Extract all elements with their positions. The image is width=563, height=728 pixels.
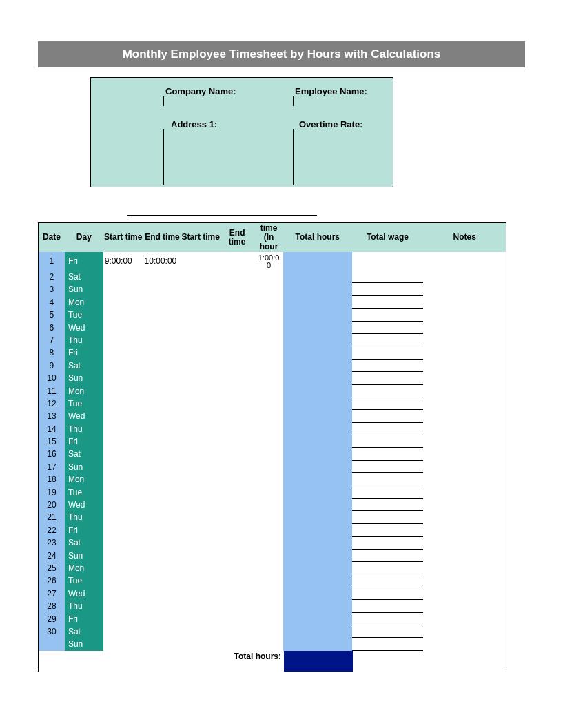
cell-end-time-2[interactable] <box>220 638 254 650</box>
cell-date[interactable]: 10 <box>39 372 65 384</box>
cell-notes[interactable] <box>423 473 506 486</box>
cell-total-wage[interactable] <box>352 252 424 271</box>
cell-start-time[interactable] <box>103 435 143 448</box>
cell-time-in-hour[interactable] <box>254 550 283 562</box>
cell-end-time-2[interactable] <box>220 309 254 321</box>
cell-start-time-2[interactable] <box>181 283 220 295</box>
cell-time-in-hour[interactable] <box>254 511 283 523</box>
cell-start-time-2[interactable] <box>181 252 220 271</box>
cell-date[interactable]: 1 <box>39 252 65 271</box>
cell-total-wage[interactable] <box>352 271 424 283</box>
cell-start-time[interactable] <box>103 322 143 334</box>
cell-date[interactable]: 22 <box>39 524 65 537</box>
cell-total-wage[interactable] <box>352 473 424 486</box>
cell-time-in-hour[interactable] <box>254 410 283 422</box>
cell-end-time-2[interactable] <box>220 587 254 600</box>
cell-total-hours[interactable] <box>283 397 352 410</box>
cell-start-time-2[interactable] <box>181 309 220 321</box>
cell-date[interactable] <box>39 638 65 650</box>
cell-time-in-hour[interactable] <box>254 486 283 499</box>
cell-date[interactable]: 30 <box>39 625 65 638</box>
cell-start-time[interactable] <box>103 550 143 562</box>
cell-end-time-2[interactable] <box>220 296 254 309</box>
cell-day[interactable]: Sun <box>65 461 103 473</box>
cell-start-time-2[interactable] <box>181 423 220 435</box>
cell-time-in-hour[interactable] <box>254 296 283 309</box>
cell-time-in-hour[interactable] <box>254 385 283 397</box>
cell-start-time[interactable]: 9:00:00 <box>103 252 143 271</box>
cell-day[interactable]: Wed <box>65 322 103 334</box>
cell-end-time[interactable] <box>143 360 182 372</box>
cell-start-time-2[interactable] <box>181 397 220 410</box>
cell-end-time[interactable] <box>143 385 182 397</box>
cell-day[interactable]: Tue <box>65 397 103 410</box>
cell-date[interactable]: 21 <box>39 511 65 523</box>
cell-start-time-2[interactable] <box>181 550 220 562</box>
cell-time-in-hour[interactable] <box>254 448 283 460</box>
cell-total-hours[interactable] <box>283 499 352 511</box>
cell-time-in-hour[interactable] <box>254 271 283 283</box>
cell-notes[interactable] <box>423 252 506 271</box>
cell-total-hours[interactable] <box>283 461 352 473</box>
cell-total-hours[interactable] <box>283 448 352 460</box>
cell-total-hours[interactable] <box>283 252 352 271</box>
cell-total-hours[interactable] <box>283 346 352 359</box>
cell-time-in-hour[interactable] <box>254 372 283 384</box>
cell-start-time[interactable] <box>103 600 143 612</box>
cell-end-time-2[interactable] <box>220 346 254 359</box>
cell-total-hours[interactable] <box>283 613 352 625</box>
cell-time-in-hour[interactable] <box>254 309 283 321</box>
cell-end-time-2[interactable] <box>220 372 254 384</box>
cell-end-time[interactable] <box>143 562 182 574</box>
cell-start-time-2[interactable] <box>181 372 220 384</box>
cell-start-time[interactable] <box>103 372 143 384</box>
cell-day[interactable]: Thu <box>65 600 103 612</box>
cell-notes[interactable] <box>423 574 506 587</box>
cell-date[interactable]: 9 <box>39 360 65 372</box>
cell-total-hours[interactable] <box>283 271 352 283</box>
cell-day[interactable]: Tue <box>65 486 103 499</box>
cell-notes[interactable] <box>423 283 506 295</box>
cell-start-time[interactable] <box>103 296 143 309</box>
cell-start-time[interactable] <box>103 625 143 638</box>
cell-total-hours[interactable] <box>283 423 352 435</box>
cell-end-time-2[interactable] <box>220 435 254 448</box>
cell-start-time-2[interactable] <box>181 334 220 346</box>
cell-date[interactable]: 12 <box>39 397 65 410</box>
cell-total-wage[interactable] <box>352 410 424 422</box>
cell-start-time[interactable] <box>103 309 143 321</box>
cell-end-time-2[interactable] <box>220 334 254 346</box>
cell-total-wage[interactable] <box>352 346 424 359</box>
cell-end-time[interactable] <box>143 283 182 295</box>
cell-date[interactable]: 20 <box>39 499 65 511</box>
cell-date[interactable]: 23 <box>39 537 65 549</box>
cell-total-hours[interactable] <box>283 537 352 549</box>
cell-start-time[interactable] <box>103 410 143 422</box>
cell-end-time[interactable] <box>143 309 182 321</box>
cell-day[interactable]: Mon <box>65 296 103 309</box>
cell-end-time-2[interactable] <box>220 499 254 511</box>
cell-end-time[interactable] <box>143 587 182 600</box>
cell-day[interactable]: Tue <box>65 309 103 321</box>
cell-notes[interactable] <box>423 322 506 334</box>
cell-notes[interactable] <box>423 625 506 638</box>
cell-total-wage[interactable] <box>352 334 424 346</box>
cell-total-hours[interactable] <box>283 410 352 422</box>
cell-total-wage[interactable] <box>352 423 424 435</box>
cell-day[interactable]: Sat <box>65 625 103 638</box>
cell-day[interactable]: Sun <box>65 550 103 562</box>
cell-end-time[interactable] <box>143 296 182 309</box>
cell-time-in-hour[interactable] <box>254 473 283 486</box>
cell-notes[interactable] <box>423 372 506 384</box>
cell-notes[interactable] <box>423 271 506 283</box>
cell-notes[interactable] <box>423 524 506 537</box>
cell-day[interactable]: Wed <box>65 587 103 600</box>
cell-time-in-hour[interactable] <box>254 524 283 537</box>
cell-total-wage[interactable] <box>352 638 424 650</box>
cell-end-time[interactable] <box>143 613 182 625</box>
cell-date[interactable]: 19 <box>39 486 65 499</box>
cell-start-time-2[interactable] <box>181 322 220 334</box>
cell-day[interactable]: Tue <box>65 574 103 587</box>
cell-start-time[interactable] <box>103 537 143 549</box>
cell-end-time-2[interactable] <box>220 252 254 271</box>
